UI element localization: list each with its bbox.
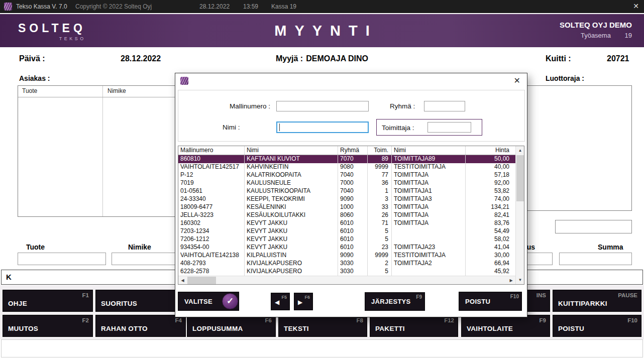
copyright-text: Copyright © 2022 Solteq Oyj xyxy=(75,3,152,10)
next-page-button[interactable]: ▶ F6 xyxy=(294,293,313,310)
titlebar: Tekso Kassa V. 7.0 Copyright © 2022 Solt… xyxy=(0,0,644,13)
scroll-down-icon[interactable]: ▼ xyxy=(516,276,524,284)
table-cell: KEVYT JAKKU xyxy=(245,219,338,227)
rahan-otto-button[interactable]: RAHAN OTTO F4 xyxy=(95,315,186,337)
table-cell: 23 xyxy=(368,244,392,252)
col-header-nimi2: Nimi xyxy=(392,146,466,155)
ryhma-input[interactable] xyxy=(424,101,465,111)
muutos-button[interactable]: MUUTOS F2 xyxy=(3,315,93,337)
horizontal-scrollbar[interactable]: ◀ ▶ xyxy=(178,276,515,284)
horizontal-scroll-thumb[interactable] xyxy=(187,277,216,284)
table-row[interactable]: 7019KAULUSNEULE700036TOIMITTAJA92,00 xyxy=(178,179,515,187)
table-cell: 6228-2578 xyxy=(178,268,245,276)
table-cell: 9080 xyxy=(338,163,368,171)
table-cell: 54,49 xyxy=(466,227,515,235)
table-cell: TOIMITTAJA xyxy=(392,219,466,227)
col-header-toim: Toim. xyxy=(368,146,392,155)
table-row[interactable]: JELLA-3223KESÄULKOILUTAKKI806026TOIMITTA… xyxy=(178,211,515,219)
table-row[interactable]: 7206-1212KEVYT JAKKU6010558,02 xyxy=(178,235,515,244)
kuittiparkki-button[interactable]: KUITTIPARKKI PAUSE xyxy=(553,290,641,312)
vaihtolaite-button[interactable]: VAIHTOLAITE F9 xyxy=(461,315,550,337)
table-row[interactable]: P-12KALATRIKOOPAITA704077TOIMITTAJA57,18 xyxy=(178,171,515,179)
ohje-button[interactable]: OHJE F1 xyxy=(3,290,93,312)
table-cell: KAFTAANI KUVIOT xyxy=(245,155,338,163)
loppusumma-button[interactable]: LOPPUSUMMA F6 xyxy=(187,315,276,337)
mallinumero-input[interactable] xyxy=(276,101,369,111)
paketti-button[interactable]: PAKETTI F12 xyxy=(370,315,458,337)
table-cell: 74,00 xyxy=(466,195,515,203)
previous-page-button[interactable]: ◀ F5 xyxy=(271,293,290,310)
seller-value: DEMOAJA DINO xyxy=(306,54,368,63)
date-value: 28.12.2022 xyxy=(121,54,161,63)
workstation-info: Työasema 19 xyxy=(560,32,632,39)
workstation-label: Työasema xyxy=(581,32,611,39)
table-row[interactable]: 934354-00KEVYT JAKKU601023TOIMITTAJA2341… xyxy=(178,244,515,252)
poistu-main-button[interactable]: POISTU F10 xyxy=(553,315,641,337)
table-row[interactable]: 408-2793KIVIJALKAPUSERO30302TOIMITTAJA26… xyxy=(178,260,515,268)
poistu-dialog-button[interactable]: POISTU F10 xyxy=(459,292,522,311)
table-row[interactable]: 18009-6477KESÄLENINKI100033TOIMITTAJA134… xyxy=(178,203,515,211)
vertical-scrollbar[interactable]: ▲ ▼ xyxy=(515,146,524,284)
table-cell: 01-0561 xyxy=(178,187,245,195)
vertical-scroll-thumb[interactable] xyxy=(516,155,524,201)
table-row[interactable]: 01-0561KAULUSTRIKOOPAITA70401TOIMITTAJA1… xyxy=(178,187,515,195)
table-row[interactable]: 160302KEVYT JAKKU601071TOIMITTAJA83,76 xyxy=(178,219,515,227)
table-row[interactable]: 7203-1234KEVYT JAKKU6010554,49 xyxy=(178,227,515,235)
table-cell: 934354-00 xyxy=(178,244,245,252)
table-cell: 7070 xyxy=(338,155,368,163)
table-cell: 6010 xyxy=(338,219,368,227)
table-cell: 33 xyxy=(368,203,392,211)
prev-arrow-icon: ◀ xyxy=(275,299,279,306)
table-cell: 7040 xyxy=(338,171,368,179)
table-cell: 7000 xyxy=(338,179,368,187)
table-cell: 89 xyxy=(368,155,392,163)
receipt-value: 20721 xyxy=(607,54,629,63)
nimi-input[interactable] xyxy=(276,122,369,133)
table-cell: KEVYT JAKKU xyxy=(245,227,338,235)
entry-tuote-input[interactable] xyxy=(18,253,106,265)
table-cell: 5 xyxy=(368,268,392,276)
table-cell: 6010 xyxy=(338,227,368,235)
table-cell: 1 xyxy=(368,187,392,195)
store-name: SOLTEQ OYJ DEMO xyxy=(560,21,632,29)
table-cell: KEVYT JAKKU xyxy=(245,244,338,252)
entry-summa-input[interactable] xyxy=(559,253,632,265)
table-row[interactable]: 6228-2578KIVIJALKAPUSERO3030545,92 xyxy=(178,268,515,276)
teksti-button[interactable]: TEKSTI F8 xyxy=(278,315,367,337)
table-cell: 7203-1234 xyxy=(178,227,245,235)
suoritus-button[interactable]: SUORITUS xyxy=(95,290,186,312)
table-cell: 57,18 xyxy=(466,171,515,179)
table-cell: TOIMITTAJA xyxy=(392,203,466,211)
table-cell: KAHVINKEITIN xyxy=(245,163,338,171)
table-cell: 7040 xyxy=(338,187,368,195)
seller-label: Myyjä : xyxy=(276,54,303,63)
scroll-left-icon[interactable]: ◀ xyxy=(178,276,187,285)
status-line-label: K xyxy=(6,273,12,281)
toimittaja-input[interactable] xyxy=(427,122,471,133)
dialog-close-icon[interactable]: ✕ xyxy=(514,76,520,85)
column-divider xyxy=(102,86,103,216)
table-cell xyxy=(392,227,466,235)
table-row[interactable]: 24-33340KEEPPI, TEKOKRIMI90903TOIMITTAJA… xyxy=(178,195,515,203)
table-cell: 40,00 xyxy=(466,163,515,171)
scroll-right-icon[interactable]: ▶ xyxy=(507,276,515,285)
table-row[interactable]: 860810KAFTAANI KUVIOT707089TOIMITTAJA895… xyxy=(178,155,515,163)
jarjestys-button[interactable]: JÄRJESTYS F9 xyxy=(365,292,425,311)
table-row[interactable]: VAIHTOLAITE142517KAHVINKEITIN90809999TES… xyxy=(178,163,515,171)
seller-info: Myyjä : DEMOAJA DINO xyxy=(276,54,368,63)
scroll-up-icon[interactable]: ▲ xyxy=(516,146,524,155)
table-cell: JELLA-3223 xyxy=(178,211,245,219)
credit-limit-label: Luottoraja : xyxy=(546,74,584,82)
header-right: SOLTEQ OYJ DEMO Työasema 19 xyxy=(560,21,632,39)
table-cell: 6010 xyxy=(338,244,368,252)
table-cell: 41,04 xyxy=(466,244,515,252)
table-cell: 30,00 xyxy=(466,252,515,260)
table-cell: KAULUSNEULE xyxy=(245,179,338,187)
product-list-content: Mallinumero Nimi Ryhmä Toim. Nimi Hinta … xyxy=(178,146,515,276)
table-cell: TOIMITTAJA xyxy=(392,171,466,179)
window-close-icon[interactable]: ✕ xyxy=(633,2,639,10)
table-cell: TESTITOIMITTAJA xyxy=(392,252,466,260)
table-row[interactable]: VAIHTOLAITE142138KILPALUISTIN90909999TES… xyxy=(178,252,515,260)
table-cell: 160302 xyxy=(178,219,245,227)
table-cell: P-12 xyxy=(178,171,245,179)
